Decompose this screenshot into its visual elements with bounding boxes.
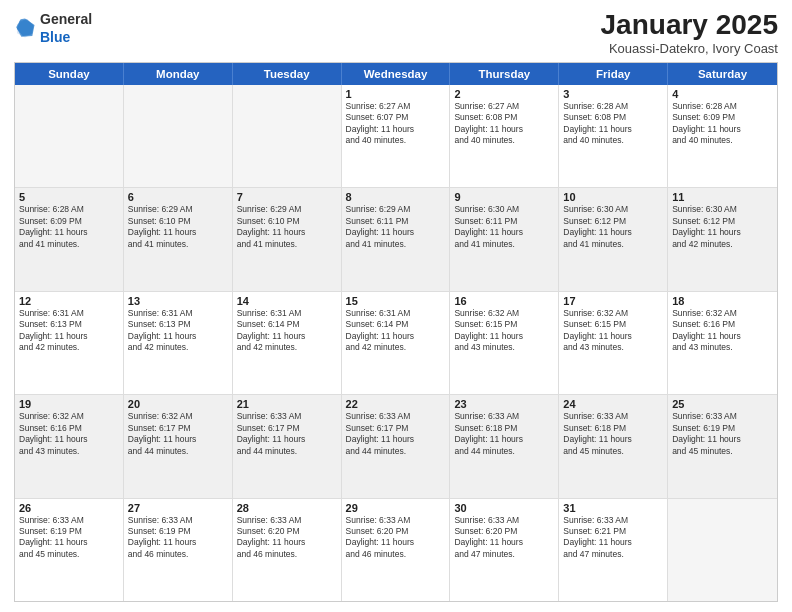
page: General Blue January 2025 Kouassi-Datekr… <box>0 0 792 612</box>
day-info: Sunrise: 6:33 AM Sunset: 6:19 PM Dayligh… <box>19 515 119 561</box>
calendar-body: 1Sunrise: 6:27 AM Sunset: 6:07 PM Daylig… <box>15 85 777 601</box>
cal-cell: 6Sunrise: 6:29 AM Sunset: 6:10 PM Daylig… <box>124 188 233 290</box>
day-info: Sunrise: 6:33 AM Sunset: 6:20 PM Dayligh… <box>346 515 446 561</box>
cal-cell: 20Sunrise: 6:32 AM Sunset: 6:17 PM Dayli… <box>124 395 233 497</box>
day-info: Sunrise: 6:30 AM Sunset: 6:11 PM Dayligh… <box>454 204 554 250</box>
cal-cell: 10Sunrise: 6:30 AM Sunset: 6:12 PM Dayli… <box>559 188 668 290</box>
cal-cell: 14Sunrise: 6:31 AM Sunset: 6:14 PM Dayli… <box>233 292 342 394</box>
day-number: 10 <box>563 191 663 203</box>
day-info: Sunrise: 6:32 AM Sunset: 6:16 PM Dayligh… <box>19 411 119 457</box>
week-4: 19Sunrise: 6:32 AM Sunset: 6:16 PM Dayli… <box>15 395 777 498</box>
cal-cell: 16Sunrise: 6:32 AM Sunset: 6:15 PM Dayli… <box>450 292 559 394</box>
cal-cell: 30Sunrise: 6:33 AM Sunset: 6:20 PM Dayli… <box>450 499 559 601</box>
header: General Blue January 2025 Kouassi-Datekr… <box>14 10 778 56</box>
cal-cell <box>668 499 777 601</box>
cal-cell: 1Sunrise: 6:27 AM Sunset: 6:07 PM Daylig… <box>342 85 451 187</box>
main-title: January 2025 <box>601 10 778 41</box>
day-info: Sunrise: 6:28 AM Sunset: 6:08 PM Dayligh… <box>563 101 663 147</box>
day-number: 26 <box>19 502 119 514</box>
title-block: January 2025 Kouassi-Datekro, Ivory Coas… <box>601 10 778 56</box>
week-1: 1Sunrise: 6:27 AM Sunset: 6:07 PM Daylig… <box>15 85 777 188</box>
cal-cell: 8Sunrise: 6:29 AM Sunset: 6:11 PM Daylig… <box>342 188 451 290</box>
day-info: Sunrise: 6:33 AM Sunset: 6:17 PM Dayligh… <box>346 411 446 457</box>
cal-cell <box>15 85 124 187</box>
cal-cell: 18Sunrise: 6:32 AM Sunset: 6:16 PM Dayli… <box>668 292 777 394</box>
header-day-wednesday: Wednesday <box>342 63 451 85</box>
day-number: 13 <box>128 295 228 307</box>
day-number: 25 <box>672 398 773 410</box>
logo: General Blue <box>14 10 92 46</box>
day-number: 18 <box>672 295 773 307</box>
day-info: Sunrise: 6:30 AM Sunset: 6:12 PM Dayligh… <box>672 204 773 250</box>
day-number: 27 <box>128 502 228 514</box>
day-number: 3 <box>563 88 663 100</box>
header-day-sunday: Sunday <box>15 63 124 85</box>
cal-cell: 3Sunrise: 6:28 AM Sunset: 6:08 PM Daylig… <box>559 85 668 187</box>
header-day-saturday: Saturday <box>668 63 777 85</box>
day-info: Sunrise: 6:28 AM Sunset: 6:09 PM Dayligh… <box>672 101 773 147</box>
day-number: 12 <box>19 295 119 307</box>
header-day-friday: Friday <box>559 63 668 85</box>
cal-cell: 31Sunrise: 6:33 AM Sunset: 6:21 PM Dayli… <box>559 499 668 601</box>
day-info: Sunrise: 6:33 AM Sunset: 6:18 PM Dayligh… <box>563 411 663 457</box>
cal-cell: 11Sunrise: 6:30 AM Sunset: 6:12 PM Dayli… <box>668 188 777 290</box>
day-info: Sunrise: 6:28 AM Sunset: 6:09 PM Dayligh… <box>19 204 119 250</box>
cal-cell: 25Sunrise: 6:33 AM Sunset: 6:19 PM Dayli… <box>668 395 777 497</box>
day-number: 16 <box>454 295 554 307</box>
logo-icon <box>14 17 36 39</box>
day-info: Sunrise: 6:33 AM Sunset: 6:19 PM Dayligh… <box>128 515 228 561</box>
day-info: Sunrise: 6:27 AM Sunset: 6:07 PM Dayligh… <box>346 101 446 147</box>
day-number: 28 <box>237 502 337 514</box>
day-info: Sunrise: 6:32 AM Sunset: 6:17 PM Dayligh… <box>128 411 228 457</box>
header-day-thursday: Thursday <box>450 63 559 85</box>
day-number: 19 <box>19 398 119 410</box>
cal-cell: 21Sunrise: 6:33 AM Sunset: 6:17 PM Dayli… <box>233 395 342 497</box>
cal-cell: 13Sunrise: 6:31 AM Sunset: 6:13 PM Dayli… <box>124 292 233 394</box>
cal-cell: 7Sunrise: 6:29 AM Sunset: 6:10 PM Daylig… <box>233 188 342 290</box>
cal-cell: 22Sunrise: 6:33 AM Sunset: 6:17 PM Dayli… <box>342 395 451 497</box>
day-number: 11 <box>672 191 773 203</box>
day-info: Sunrise: 6:29 AM Sunset: 6:10 PM Dayligh… <box>237 204 337 250</box>
day-number: 30 <box>454 502 554 514</box>
day-info: Sunrise: 6:33 AM Sunset: 6:18 PM Dayligh… <box>454 411 554 457</box>
day-info: Sunrise: 6:30 AM Sunset: 6:12 PM Dayligh… <box>563 204 663 250</box>
cal-cell: 19Sunrise: 6:32 AM Sunset: 6:16 PM Dayli… <box>15 395 124 497</box>
day-info: Sunrise: 6:29 AM Sunset: 6:10 PM Dayligh… <box>128 204 228 250</box>
day-number: 7 <box>237 191 337 203</box>
day-info: Sunrise: 6:33 AM Sunset: 6:21 PM Dayligh… <box>563 515 663 561</box>
day-info: Sunrise: 6:33 AM Sunset: 6:17 PM Dayligh… <box>237 411 337 457</box>
cal-cell: 5Sunrise: 6:28 AM Sunset: 6:09 PM Daylig… <box>15 188 124 290</box>
cal-cell: 9Sunrise: 6:30 AM Sunset: 6:11 PM Daylig… <box>450 188 559 290</box>
day-number: 8 <box>346 191 446 203</box>
day-number: 31 <box>563 502 663 514</box>
day-info: Sunrise: 6:31 AM Sunset: 6:14 PM Dayligh… <box>237 308 337 354</box>
day-number: 6 <box>128 191 228 203</box>
subtitle: Kouassi-Datekro, Ivory Coast <box>601 41 778 56</box>
day-info: Sunrise: 6:33 AM Sunset: 6:20 PM Dayligh… <box>237 515 337 561</box>
day-info: Sunrise: 6:33 AM Sunset: 6:20 PM Dayligh… <box>454 515 554 561</box>
cal-cell: 24Sunrise: 6:33 AM Sunset: 6:18 PM Dayli… <box>559 395 668 497</box>
cal-cell: 27Sunrise: 6:33 AM Sunset: 6:19 PM Dayli… <box>124 499 233 601</box>
logo-blue: Blue <box>40 29 70 45</box>
week-5: 26Sunrise: 6:33 AM Sunset: 6:19 PM Dayli… <box>15 499 777 601</box>
day-info: Sunrise: 6:29 AM Sunset: 6:11 PM Dayligh… <box>346 204 446 250</box>
day-number: 20 <box>128 398 228 410</box>
logo-general: General <box>40 11 92 27</box>
day-number: 17 <box>563 295 663 307</box>
day-number: 2 <box>454 88 554 100</box>
cal-cell: 26Sunrise: 6:33 AM Sunset: 6:19 PM Dayli… <box>15 499 124 601</box>
cal-cell: 17Sunrise: 6:32 AM Sunset: 6:15 PM Dayli… <box>559 292 668 394</box>
day-info: Sunrise: 6:31 AM Sunset: 6:14 PM Dayligh… <box>346 308 446 354</box>
day-number: 21 <box>237 398 337 410</box>
day-number: 29 <box>346 502 446 514</box>
header-day-monday: Monday <box>124 63 233 85</box>
day-number: 9 <box>454 191 554 203</box>
cal-cell: 15Sunrise: 6:31 AM Sunset: 6:14 PM Dayli… <box>342 292 451 394</box>
cal-cell <box>124 85 233 187</box>
logo-text: General Blue <box>40 10 92 46</box>
day-info: Sunrise: 6:32 AM Sunset: 6:16 PM Dayligh… <box>672 308 773 354</box>
day-number: 5 <box>19 191 119 203</box>
cal-cell: 29Sunrise: 6:33 AM Sunset: 6:20 PM Dayli… <box>342 499 451 601</box>
day-number: 24 <box>563 398 663 410</box>
day-info: Sunrise: 6:31 AM Sunset: 6:13 PM Dayligh… <box>19 308 119 354</box>
